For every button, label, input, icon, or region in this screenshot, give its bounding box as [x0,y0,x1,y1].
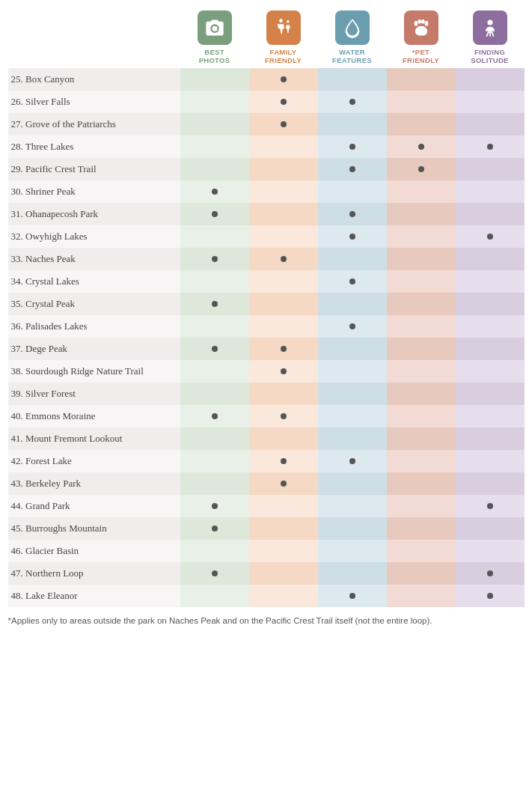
cell-15-4 [456,405,525,427]
cell-11-3 [387,315,456,338]
trail-name: 25. Box Canyon [8,68,180,91]
cell-20-0 [180,517,249,540]
cell-23-0 [180,585,249,607]
cell-14-2 [318,383,387,405]
cell-9-4 [456,270,525,293]
table-row: 48. Lake Eleanor [8,585,525,607]
trail-name: 35. Crystal Peak [8,293,180,315]
feature-dot [349,99,355,105]
cell-0-3 [387,68,456,91]
header-col-4: FINDINGSOLITUDE [456,7,525,68]
cell-12-3 [387,338,456,360]
table-row: 29. Pacific Crest Trail [8,158,525,180]
cell-20-3 [387,517,456,540]
cell-1-3 [387,91,456,113]
cell-21-2 [318,540,387,562]
trail-name: 44. Grand Park [8,495,180,517]
cell-17-0 [180,450,249,472]
cell-10-0 [180,293,249,315]
cell-0-1 [249,68,318,91]
header-col-3: *PETFRIENDLY [387,7,456,68]
feature-dot [212,413,218,419]
cell-6-3 [387,203,456,225]
table-row: 47. Northern Loop [8,562,525,585]
svg-point-0 [279,19,283,22]
cell-7-0 [180,225,249,248]
cell-4-0 [180,158,249,180]
col-label-0: BESTPHOTOS [182,48,248,65]
cell-10-1 [249,293,318,315]
cell-2-3 [387,113,456,135]
cell-18-2 [318,472,387,495]
cell-16-4 [456,427,525,450]
table-row: 35. Crystal Peak [8,293,525,315]
cell-4-1 [249,158,318,180]
trail-name: 42. Forest Lake [8,450,180,472]
table-row: 44. Grand Park [8,495,525,517]
cell-12-2 [318,338,387,360]
cell-5-1 [249,180,318,203]
feature-dot [487,144,493,150]
table-row: 37. Dege Peak [8,338,525,360]
cell-5-4 [456,180,525,203]
cell-1-4 [456,91,525,113]
trail-name: 32. Owyhigh Lakes [8,225,180,248]
cell-10-3 [387,293,456,315]
cell-18-0 [180,472,249,495]
cell-21-4 [456,540,525,562]
svg-point-4 [418,19,421,24]
cell-7-1 [249,225,318,248]
feature-table: BESTPHOTOSFAMILYFRIENDLYWATERFEATURES*PE… [8,7,525,607]
cell-2-2 [318,113,387,135]
table-row: 38. Sourdough Ridge Nature Trail [8,360,525,383]
feature-dot [487,570,493,576]
header-empty [8,7,180,68]
header-row: BESTPHOTOSFAMILYFRIENDLYWATERFEATURES*PE… [8,7,525,68]
cell-23-3 [387,585,456,607]
cell-12-4 [456,338,525,360]
feature-dot [349,234,355,240]
cell-17-4 [456,450,525,472]
feature-dot [212,211,218,217]
table-row: 41. Mount Fremont Lookout [8,427,525,450]
cell-2-1 [249,113,318,135]
cell-3-4 [456,135,525,158]
cell-5-3 [387,180,456,203]
feature-dot [212,301,218,307]
cell-23-1 [249,585,318,607]
cell-1-0 [180,91,249,113]
cell-0-0 [180,68,249,91]
feature-dot [349,593,355,599]
feature-dot [212,346,218,352]
feature-dot [281,346,287,352]
cell-21-3 [387,540,456,562]
cell-22-4 [456,562,525,585]
feature-dot [212,189,218,195]
svg-point-6 [487,20,492,25]
cell-15-2 [318,405,387,427]
cell-13-2 [318,360,387,383]
cell-14-4 [456,383,525,405]
feature-dot [281,458,287,464]
cell-3-2 [318,135,387,158]
table-row: 45. Burroughs Mountain [8,517,525,540]
cell-21-0 [180,540,249,562]
cell-12-1 [249,338,318,360]
trail-name: 43. Berkeley Park [8,472,180,495]
cell-23-4 [456,585,525,607]
cell-4-3 [387,158,456,180]
cell-13-3 [387,360,456,383]
table-row: 40. Emmons Moraine [8,405,525,427]
cell-14-1 [249,383,318,405]
feature-dot [212,256,218,262]
table-row: 27. Grove of the Patriarchs [8,113,525,135]
feature-dot [487,234,493,240]
cell-10-4 [456,293,525,315]
table-row: 25. Box Canyon [8,68,525,91]
cell-9-1 [249,270,318,293]
cell-3-1 [249,135,318,158]
cell-16-3 [387,427,456,450]
footnote: *Applies only to areas outside the park … [8,615,525,627]
cell-1-2 [318,91,387,113]
cell-18-3 [387,472,456,495]
